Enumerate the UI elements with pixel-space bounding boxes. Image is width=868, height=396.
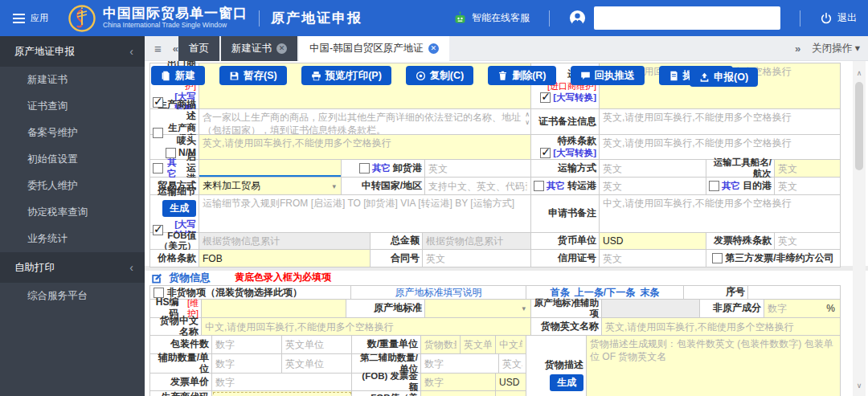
transport-mode-input[interactable]	[600, 161, 706, 177]
tab-new-cert[interactable]: 新建证书 ✕	[221, 36, 297, 61]
transport-detail-generate-button[interactable]: 生成	[162, 200, 196, 217]
last-record-link[interactable]: 末条	[640, 286, 659, 300]
prev-next-record-link[interactable]: 上一条/下一条	[575, 286, 635, 300]
special-clause-uppercase-label[interactable]: [大写转换]	[553, 148, 596, 158]
origin-standard-guide-link[interactable]: 原产地标准填写说明	[395, 286, 482, 300]
goods-cn-input[interactable]	[202, 319, 530, 335]
tab-home[interactable]: 首页	[178, 36, 219, 61]
package-count-input[interactable]	[212, 337, 281, 353]
first-record-link[interactable]: 首条	[551, 286, 570, 300]
new-button[interactable]: 新建	[151, 66, 205, 85]
aux-qty-input[interactable]	[212, 356, 281, 372]
unloading-port-input[interactable]	[425, 161, 530, 177]
goods-desc-input[interactable]	[587, 336, 840, 396]
importer-uppercase-label[interactable]: [大写转换]	[553, 92, 596, 103]
special-clause-uppercase-checkbox[interactable]	[540, 148, 551, 158]
marks-label: 唛头	[177, 136, 196, 147]
vessel-input[interactable]	[775, 161, 840, 177]
scroll-up-icon[interactable]: ∧	[853, 69, 866, 77]
currency-value[interactable]: USD	[600, 235, 706, 247]
unloading-port-other-checkbox[interactable]	[359, 163, 370, 174]
non-goods-checkbox[interactable]	[154, 288, 164, 298]
producer-desc-input[interactable]	[199, 109, 530, 134]
invoice-price-input[interactable]	[212, 374, 351, 390]
app-menu-label[interactable]: 应用	[31, 12, 48, 24]
marks-input[interactable]	[199, 135, 530, 159]
preview-print-button[interactable]: 预览/打印(P)	[301, 66, 391, 85]
declare-button[interactable]: 申报(O)	[690, 67, 758, 87]
invoice-amount-input[interactable]	[421, 374, 495, 390]
transport-detail-uppercase-checkbox[interactable]	[153, 225, 163, 235]
transit-port-input[interactable]	[600, 178, 706, 194]
importer-uppercase-checkbox[interactable]	[540, 92, 551, 103]
hs-code-input[interactable]	[202, 300, 346, 316]
nm-checkbox[interactable]	[166, 148, 176, 158]
scroll-down-icon[interactable]: ∨	[853, 382, 866, 390]
cert-remark-input[interactable]	[600, 109, 840, 134]
sidebar-group-self-print[interactable]: 自助打印 ‹	[0, 252, 145, 283]
application-remark-label: 申请书备注	[548, 208, 596, 219]
non-origin-input[interactable]	[764, 300, 826, 316]
application-remark-input[interactable]	[600, 195, 840, 232]
tab-korea-fta-cert[interactable]: 中国-韩国自贸区原产地证 ✕	[299, 36, 449, 61]
special-clause-input[interactable]	[600, 135, 840, 159]
departure-port-other-checkbox[interactable]	[153, 163, 163, 174]
sidebar-item-biz-stats[interactable]: 业务统计	[0, 226, 145, 252]
departure-port-input[interactable]	[199, 161, 341, 177]
origin-standard-select[interactable]: ▾	[425, 300, 531, 317]
delete-button[interactable]: 删除(R)	[488, 66, 555, 85]
close-operations-menu[interactable]: 关闭操作 ▾	[812, 42, 860, 55]
account-name-box[interactable]	[594, 6, 780, 30]
other-label[interactable]: 其它	[372, 163, 391, 174]
qty-cn-unit-input[interactable]	[496, 337, 526, 353]
content-scrollbar[interactable]: ∧ ∨	[853, 61, 866, 396]
seq-input	[748, 284, 840, 300]
other-label[interactable]: 其它	[547, 181, 565, 191]
trade-mode-select[interactable]: 来料加工贸易 ▾	[199, 178, 342, 194]
close-icon[interactable]: ✕	[428, 43, 439, 54]
second-aux-qty-input[interactable]	[421, 356, 498, 372]
producer-secret-checkbox[interactable]	[153, 128, 163, 138]
second-aux-unit-input[interactable]	[499, 356, 526, 372]
package-unit-input[interactable]	[282, 337, 351, 353]
sidebar-item-client-maintain[interactable]: 委托人维护	[0, 173, 145, 199]
sidebar-item-initial-value[interactable]: 初始值设置	[0, 146, 145, 173]
sidebar-item-service-platform[interactable]: 综合服务平台	[0, 283, 145, 309]
close-icon[interactable]: ✕	[276, 43, 287, 54]
other-label[interactable]: 其它	[166, 157, 177, 178]
sidebar-item-cert-query[interactable]: 证书查询	[0, 93, 145, 120]
user-avatar-icon[interactable]	[569, 10, 586, 27]
hamburger-icon[interactable]	[13, 14, 25, 23]
price-terms-value[interactable]: FOB	[199, 253, 370, 264]
sidebar-group-origin-declare[interactable]: 原产地证申报 ‹	[0, 36, 145, 67]
transport-detail-input[interactable]	[199, 195, 530, 232]
online-service-button[interactable]: 智能在线客服	[453, 11, 530, 25]
tabs-menu-icon[interactable]: ≡	[154, 42, 162, 55]
scrollbar-thumb[interactable]	[855, 82, 863, 170]
qty-en-unit-input[interactable]	[461, 337, 495, 353]
sidebar-item-tariff-query[interactable]: 协定税率查询	[0, 199, 145, 226]
destination-port-other-checkbox[interactable]	[709, 181, 719, 191]
save-draft-button[interactable]: 暂存(S)	[219, 66, 287, 85]
logout-button[interactable]: 退出	[820, 11, 857, 25]
aux-unit-input[interactable]	[282, 356, 351, 372]
other-label[interactable]: 其它	[722, 181, 740, 191]
copy-button[interactable]: 复制(C)	[406, 66, 473, 85]
invoice-special-input[interactable]	[775, 233, 840, 249]
sidebar-item-new-cert[interactable]: 新建证书	[0, 67, 145, 93]
exporter-uppercase-checkbox[interactable]	[153, 97, 163, 108]
scroll-tabs-right-icon[interactable]: »	[795, 43, 799, 55]
goods-en-input[interactable]	[602, 319, 840, 335]
transit-port-other-checkbox[interactable]	[534, 181, 544, 191]
scroll-arrows-icon[interactable]: ∧∨	[525, 111, 530, 127]
goods-qty-input[interactable]	[421, 337, 460, 353]
lc-no-input[interactable]	[600, 251, 706, 267]
destination-port-input[interactable]	[775, 178, 840, 194]
goods-desc-generate-button[interactable]: 生成	[550, 374, 583, 391]
scroll-tabs-left-icon[interactable]: «	[173, 43, 177, 55]
contract-no-input[interactable]	[423, 251, 530, 267]
receipt-push-button[interactable]: 回执推送	[571, 66, 645, 85]
sidebar-item-record-no[interactable]: 备案号维护	[0, 120, 145, 146]
third-party-checkbox[interactable]	[712, 253, 723, 263]
transit-country-input[interactable]	[425, 178, 530, 194]
